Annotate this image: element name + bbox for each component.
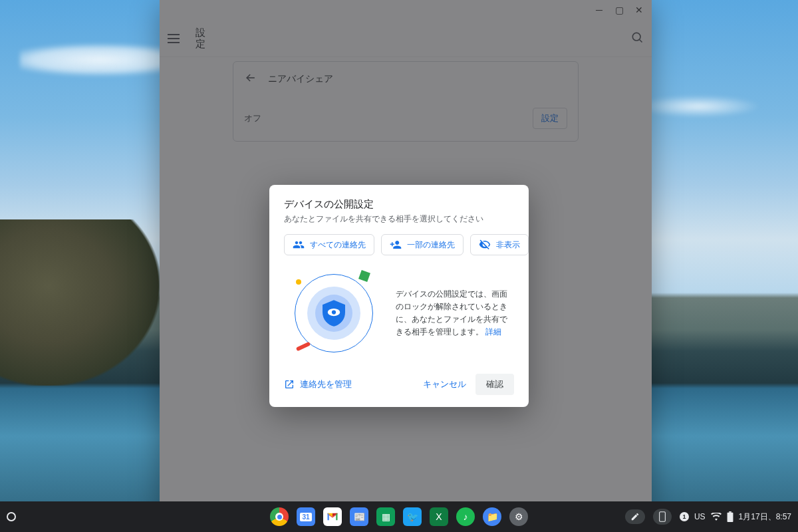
dialog-subtitle: あなたとファイルを共有できる相手を選択してください	[284, 213, 514, 225]
visibility-off-icon	[479, 239, 491, 251]
launcher-button[interactable]	[7, 512, 16, 521]
shelf: 31 📰 ▦ 🐦 X ♪ 📁 ⚙ 1 US 1月17日、8:57	[0, 501, 798, 532]
excel-icon[interactable]: X	[430, 507, 448, 526]
person-add-icon	[390, 239, 402, 251]
stylus-button[interactable]	[625, 509, 645, 524]
ime-lang: US	[694, 512, 706, 521]
spotify-icon[interactable]: ♪	[456, 507, 475, 526]
chip-some-contacts[interactable]: 一部の連絡先	[381, 234, 464, 255]
decoration-square	[358, 270, 370, 282]
twitter-icon[interactable]: 🐦	[403, 507, 422, 526]
phone-hub-button[interactable]	[653, 509, 672, 525]
wifi-icon	[711, 513, 722, 521]
decoration-dot	[296, 279, 301, 285]
dialog-title: デバイスの公開設定	[284, 198, 514, 211]
dialog-actions: 連絡先を管理 キャンセル 確認	[284, 374, 514, 395]
svg-rect-5	[660, 512, 666, 522]
cancel-button[interactable]: キャンセル	[414, 374, 475, 395]
visibility-illustration	[284, 270, 384, 356]
chip-hidden[interactable]: 非表示	[470, 234, 529, 255]
visibility-dialog: デバイスの公開設定 あなたとファイルを共有できる相手を選択してください すべての…	[269, 185, 529, 407]
confirm-button[interactable]: 確認	[475, 374, 514, 395]
desktop-wallpaper: ─ ▢ ✕ 設定 ニアバイシェア オフ 設定	[0, 0, 798, 532]
battery-icon	[727, 511, 733, 522]
wallpaper-hill	[0, 219, 160, 386]
datetime: 1月17日、8:57	[739, 511, 791, 523]
decoration-bar	[296, 342, 311, 352]
chip-label: すべての連絡先	[310, 239, 366, 251]
ime-badge: 1	[680, 512, 689, 521]
shield-eye-icon	[323, 300, 345, 327]
manage-contacts-link[interactable]: 連絡先を管理	[284, 379, 352, 390]
svg-rect-6	[727, 513, 733, 522]
calendar-icon[interactable]: 31	[297, 507, 315, 526]
chip-label: 非表示	[496, 239, 520, 251]
news-icon[interactable]: 📰	[350, 507, 368, 526]
manage-contacts-label: 連絡先を管理	[300, 379, 352, 390]
dialog-body: デバイスの公開設定では、画面のロックが解除されているときに、あなたとファイルを共…	[284, 270, 514, 356]
svg-point-4	[332, 310, 336, 314]
learn-more-link[interactable]: 詳細	[485, 327, 501, 336]
sheets-icon[interactable]: ▦	[376, 507, 395, 526]
visibility-options: すべての連絡先 一部の連絡先 非表示	[284, 234, 514, 255]
status-tray[interactable]: 1 US 1月17日、8:57	[680, 511, 791, 523]
chip-label: 一部の連絡先	[407, 239, 455, 251]
settings-icon[interactable]: ⚙	[509, 507, 528, 526]
people-icon	[293, 239, 305, 251]
svg-rect-7	[729, 511, 732, 513]
dialog-description: デバイスの公開設定では、画面のロックが解除されているときに、あなたとファイルを共…	[396, 288, 514, 339]
chip-all-contacts[interactable]: すべての連絡先	[284, 234, 374, 255]
open-in-new-icon	[284, 379, 295, 390]
files-icon[interactable]: 📁	[483, 507, 501, 526]
chrome-icon[interactable]	[270, 507, 289, 526]
gmail-icon[interactable]	[323, 507, 342, 526]
shelf-apps: 31 📰 ▦ 🐦 X ♪ 📁 ⚙	[270, 507, 528, 526]
